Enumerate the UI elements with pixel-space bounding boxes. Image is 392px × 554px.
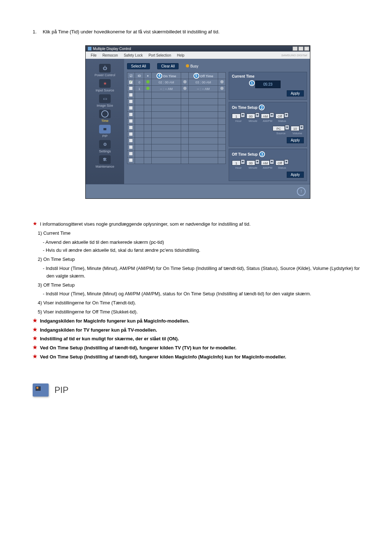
- sidebar-item-time[interactable]: Time: [86, 110, 124, 123]
- sidebar-item-settings[interactable]: ⚙Settings: [86, 140, 124, 153]
- menu-port-selection[interactable]: Port Selection: [146, 53, 174, 57]
- table-row: [127, 92, 226, 99]
- titlebar[interactable]: Multiple Display Control _ □ ×: [86, 46, 310, 52]
- off-minute-field[interactable]: 00: [246, 160, 255, 165]
- star-icon: ★: [33, 335, 38, 343]
- busy-icon: [186, 64, 189, 67]
- image-icon: ▭: [99, 94, 111, 103]
- row-checkbox[interactable]: [129, 86, 133, 90]
- table-row: [127, 131, 226, 138]
- status-dot: [146, 80, 150, 83]
- sidebar-item-pip[interactable]: PIP: [86, 125, 124, 138]
- table-row: [127, 99, 226, 105]
- sidebar-item-image[interactable]: ▭Image Size: [86, 94, 124, 107]
- menu-safety-lock[interactable]: Safety Lock: [121, 53, 146, 57]
- sidebar: ⏻Power Control Input Source ▭Image Size …: [86, 59, 124, 184]
- notes-section: ★I informationsgitteret vises nogle grun…: [33, 221, 363, 361]
- current-time-panel: Current Time 1 05:23 Apply: [229, 72, 307, 100]
- menu-remocon[interactable]: Remocon: [99, 53, 121, 57]
- star-icon: ★: [33, 221, 38, 228]
- pip-heading-icon: [33, 383, 49, 397]
- on-volume-field[interactable]: 10: [291, 126, 299, 131]
- pip-section-heading: PIP: [33, 383, 363, 397]
- table-row[interactable]: 0 02 : 00 AM 03 : 00 AM: [127, 79, 226, 86]
- marker-1: 1: [249, 80, 255, 86]
- restore-button[interactable]: □: [298, 46, 303, 51]
- display-grid: ☑ ID ● 4 On Time 5 Off Time 0: [127, 72, 226, 164]
- pip-title: PIP: [54, 385, 69, 395]
- on-hour-field[interactable]: 1: [232, 114, 241, 119]
- busy-label: Busy: [190, 64, 198, 68]
- table-row: [127, 144, 226, 151]
- table-row: [127, 157, 226, 164]
- on-status-field[interactable]: Off: [275, 114, 284, 119]
- status-bar: !: [86, 184, 310, 198]
- select-all-button[interactable]: Select All: [127, 63, 150, 69]
- input-icon: [99, 79, 111, 88]
- dropdown-icon[interactable]: [241, 112, 245, 118]
- table-row: [127, 138, 226, 144]
- off-ampm-field[interactable]: AM: [261, 160, 270, 165]
- off-time-title: Off Time Setup: [232, 152, 258, 156]
- on-minute-field[interactable]: 00: [246, 114, 255, 119]
- sidebar-item-input[interactable]: Input Source: [86, 79, 124, 92]
- current-time-value: 1 05:23: [255, 81, 281, 88]
- off-hour-field[interactable]: 1: [232, 160, 241, 165]
- maintenance-icon: 🛠: [99, 155, 111, 164]
- table-row: [127, 112, 226, 118]
- close-button[interactable]: ×: [304, 46, 309, 51]
- star-icon: ★: [33, 353, 38, 361]
- window-title: Multiple Display Control: [93, 47, 131, 51]
- table-row: [127, 118, 226, 125]
- apply-on-time-button[interactable]: Apply: [287, 137, 304, 143]
- table-row: [127, 151, 226, 157]
- sidebar-item-maintenance[interactable]: 🛠Maintenance: [86, 155, 124, 168]
- off-status-field[interactable]: Off: [275, 160, 284, 165]
- minimize-button[interactable]: _: [293, 46, 298, 51]
- time-icon: [99, 110, 111, 118]
- brand-label: SAMSUNG DIGITall: [281, 54, 310, 57]
- table-row: [127, 125, 226, 131]
- current-time-title: Current Time: [232, 74, 254, 78]
- row-checkbox[interactable]: [129, 80, 133, 84]
- on-ampm-field[interactable]: AM: [261, 114, 270, 119]
- off-time-panel: Off Time Setup 3 1Hour 00Minute AMAM/PM …: [229, 149, 307, 181]
- menubar: File Remocon Safety Lock Port Selection …: [86, 52, 310, 59]
- power-icon: ⏻: [99, 64, 111, 73]
- marker-4: 4: [156, 73, 162, 79]
- warning-icon: !: [297, 187, 306, 196]
- intro-num: 1.: [33, 29, 41, 34]
- on-time-panel: On Time Setup 2 1Hour 00Minute AMAM/PM O…: [229, 102, 307, 147]
- settings-icon: ⚙: [99, 140, 111, 149]
- on-source-field[interactable]: PC: [273, 126, 285, 131]
- star-icon: ★: [33, 317, 38, 325]
- star-icon: ★: [33, 344, 38, 352]
- marker-3: 3: [259, 151, 265, 157]
- grid-header: ☑ ID ● 4 On Time 5 Off Time: [127, 73, 226, 79]
- sidebar-item-power[interactable]: ⏻Power Control: [86, 64, 124, 77]
- menu-file[interactable]: File: [88, 53, 99, 57]
- menu-help[interactable]: Help: [174, 53, 187, 57]
- table-row[interactable]: 1 -- : -- AM -- : -- AM: [127, 86, 226, 92]
- marker-2: 2: [259, 104, 265, 110]
- on-time-title: On Time Setup: [232, 106, 257, 110]
- mdc-window: Multiple Display Control _ □ × File Remo…: [85, 45, 310, 199]
- intro-text: Klik på Time (Tid) under hovedikonerne f…: [43, 29, 220, 34]
- app-icon: [88, 47, 91, 50]
- apply-off-time-button[interactable]: Apply: [287, 172, 304, 178]
- state-col-icon: ●: [144, 73, 152, 79]
- clear-all-button[interactable]: Clear All: [157, 63, 179, 69]
- intro-line: 1. Klik på Time (Tid) under hovedikonern…: [33, 29, 363, 34]
- table-row: [127, 105, 226, 112]
- apply-current-time-button[interactable]: Apply: [287, 90, 304, 97]
- star-icon: ★: [33, 327, 38, 334]
- marker-5: 5: [193, 73, 199, 79]
- pip-icon: [99, 125, 111, 134]
